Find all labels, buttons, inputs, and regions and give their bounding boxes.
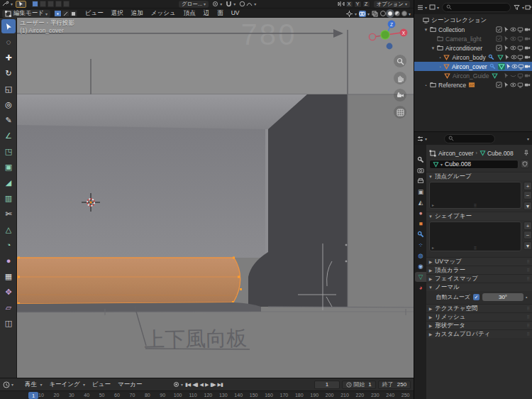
vertex-groups-list[interactable]: ▸ ⠿ bbox=[429, 182, 521, 209]
drag-grip-icon[interactable]: ⠿ bbox=[474, 203, 477, 208]
mode-dropdown[interactable]: 編集モード ▾ bbox=[2, 10, 50, 18]
jump-to-start-button[interactable]: ▮◀ bbox=[185, 382, 190, 388]
edge-slide-tool-button[interactable]: ▦ bbox=[1, 269, 16, 283]
spin-tool-button[interactable]: ◔ bbox=[1, 238, 16, 252]
cursor-tool-button[interactable]: ◌ bbox=[1, 35, 16, 49]
shading-rendered-button[interactable] bbox=[401, 11, 407, 16]
menu-メッシュ[interactable]: メッシュ bbox=[151, 9, 176, 18]
outliner-row[interactable]: ▼Collection bbox=[414, 25, 532, 34]
eye-toggle-icon[interactable] bbox=[509, 35, 516, 42]
camera-view-button[interactable] bbox=[394, 89, 406, 102]
timeline-menu-再生[interactable]: 再生 ▾ bbox=[25, 381, 42, 389]
remove-vertex-group-button[interactable]: − bbox=[523, 191, 532, 200]
resize-grip-icon[interactable]: ▸ bbox=[432, 245, 434, 250]
poly-build-tool-button[interactable]: △ bbox=[1, 222, 16, 236]
mirror-icon[interactable] bbox=[338, 1, 345, 7]
screen-toggle-icon[interactable] bbox=[516, 45, 523, 51]
selected-faces[interactable] bbox=[17, 258, 240, 304]
edge-select-button[interactable] bbox=[62, 10, 70, 17]
panel-geometry-data[interactable]: ▶形状データ⠿ bbox=[426, 321, 532, 329]
arrow-toggle-icon[interactable] bbox=[502, 26, 509, 33]
breadcrumb-data[interactable]: Cube.008 bbox=[487, 150, 514, 157]
chevron-down-icon[interactable]: ▾ bbox=[11, 1, 13, 6]
auto-smooth-angle-slider[interactable]: 30° bbox=[482, 293, 523, 301]
eye-closed-toggle-icon[interactable] bbox=[509, 72, 516, 79]
show-gizmo-icon[interactable] bbox=[346, 11, 353, 17]
annotate-tool-button[interactable]: ✎ bbox=[1, 113, 16, 127]
frame-start-field[interactable]: 開始 1 bbox=[342, 381, 376, 389]
shear-tool-button[interactable]: ▱ bbox=[1, 300, 16, 315]
menu-ビュー[interactable]: ビュー bbox=[85, 9, 104, 18]
tab-output[interactable] bbox=[415, 176, 426, 186]
shading-wireframe-button[interactable] bbox=[380, 11, 386, 16]
shape-key-specials-button[interactable]: ▾ bbox=[523, 241, 532, 250]
loop-cut-tool-button[interactable]: ▥ bbox=[1, 191, 16, 205]
tab-object[interactable]: ■ bbox=[415, 219, 426, 229]
rotate-tool-button[interactable]: ↻ bbox=[1, 66, 16, 80]
breadcrumb-object[interactable]: Aircon_cover bbox=[438, 150, 474, 157]
panel-uv-maps[interactable]: ▶UVマップ⠿ bbox=[426, 257, 532, 266]
screen-toggle-icon[interactable] bbox=[516, 26, 523, 33]
outliner-editor-type-icon[interactable] bbox=[416, 4, 423, 11]
mirror-z-button[interactable]: Z bbox=[362, 1, 370, 8]
eye-toggle-icon[interactable] bbox=[509, 26, 516, 33]
arrow-toggle-icon[interactable] bbox=[505, 63, 511, 70]
tab-material[interactable]: ◕ bbox=[415, 283, 426, 293]
check-toggle-icon[interactable] bbox=[495, 82, 502, 88]
menu-面[interactable]: 面 bbox=[217, 9, 223, 18]
select-mode-extend-button[interactable] bbox=[40, 1, 46, 7]
tab-constraints[interactable]: ◉ bbox=[415, 261, 426, 271]
panel-face-maps[interactable]: ▶フェイスマップ⠿ bbox=[426, 274, 532, 283]
screen-toggle-icon[interactable] bbox=[518, 63, 524, 70]
menu-辺[interactable]: 辺 bbox=[204, 9, 210, 18]
remove-shape-key-button[interactable]: − bbox=[523, 231, 532, 239]
select-mode-invert-button[interactable] bbox=[55, 1, 62, 7]
outliner-row[interactable]: ▼Airconditioner bbox=[414, 43, 532, 53]
panel-vertex-groups[interactable]: ▼頂点グループ bbox=[426, 172, 532, 180]
camera-toggle-icon[interactable] bbox=[523, 45, 531, 51]
proportional-falloff-icon[interactable] bbox=[245, 1, 253, 7]
eye-toggle-icon[interactable] bbox=[510, 54, 517, 60]
camera-toggle-icon[interactable] bbox=[523, 72, 531, 79]
arrow-toggle-icon[interactable] bbox=[502, 82, 509, 88]
screen-toggle-icon[interactable] bbox=[516, 82, 523, 88]
move-tool-button[interactable]: ✚ bbox=[1, 50, 16, 65]
next-keyframe-button[interactable]: ▮▶ bbox=[210, 382, 215, 388]
arrow-toggle-icon[interactable] bbox=[502, 72, 509, 79]
knife-tool-button[interactable]: ✄ bbox=[1, 207, 16, 221]
extrude-region-tool-button[interactable]: ◳ bbox=[1, 144, 16, 158]
zoom-button[interactable] bbox=[394, 55, 406, 67]
tab-tool[interactable] bbox=[415, 155, 426, 165]
timeline-editor-type-icon[interactable] bbox=[3, 381, 10, 388]
snap-magnet-icon[interactable] bbox=[225, 1, 232, 7]
prev-keyframe-button[interactable]: ◀▮ bbox=[192, 382, 197, 388]
animate-dot-button[interactable]: • bbox=[526, 295, 527, 300]
pivot-point-icon[interactable] bbox=[211, 1, 218, 7]
screen-toggle-icon[interactable] bbox=[517, 54, 524, 60]
data-name-field[interactable]: ▾ Cube.008 bbox=[429, 160, 519, 169]
menu-UV[interactable]: UV bbox=[231, 9, 240, 18]
arrow-toggle-icon[interactable] bbox=[502, 35, 509, 42]
shrink-fatten-tool-button[interactable]: ✥ bbox=[1, 285, 16, 299]
outliner-row[interactable]: シーンコレクション bbox=[414, 16, 532, 25]
tab-world[interactable]: ● bbox=[415, 208, 426, 218]
panel-texture-space[interactable]: ▶テクスチャ空間⠿ bbox=[426, 304, 532, 312]
disclosure-icon[interactable]: ▼ bbox=[430, 46, 436, 50]
tab-modifiers[interactable] bbox=[415, 229, 426, 239]
screen-toggle-icon[interactable] bbox=[516, 35, 523, 42]
outliner-row[interactable]: •Aircon_body bbox=[414, 53, 532, 62]
eye-toggle-icon[interactable] bbox=[509, 45, 516, 51]
model-front-face[interactable] bbox=[17, 125, 267, 258]
camera-toggle-icon[interactable] bbox=[523, 35, 531, 42]
camera-toggle-icon[interactable] bbox=[523, 54, 531, 60]
drag-grip-icon[interactable]: ⠿ bbox=[474, 246, 477, 251]
check-toggle-icon[interactable] bbox=[495, 45, 502, 51]
select-mode-subtract-button[interactable] bbox=[48, 1, 54, 7]
add-shape-key-button[interactable]: + bbox=[523, 222, 532, 230]
current-frame-field[interactable]: 1 bbox=[314, 381, 340, 389]
bevel-tool-button[interactable]: ◢ bbox=[1, 175, 16, 190]
arrow-toggle-icon[interactable] bbox=[504, 54, 511, 60]
measure-tool-button[interactable]: ∠ bbox=[1, 129, 16, 143]
auto-keying-button[interactable] bbox=[172, 381, 179, 388]
disclosure-icon[interactable]: • bbox=[423, 83, 429, 87]
